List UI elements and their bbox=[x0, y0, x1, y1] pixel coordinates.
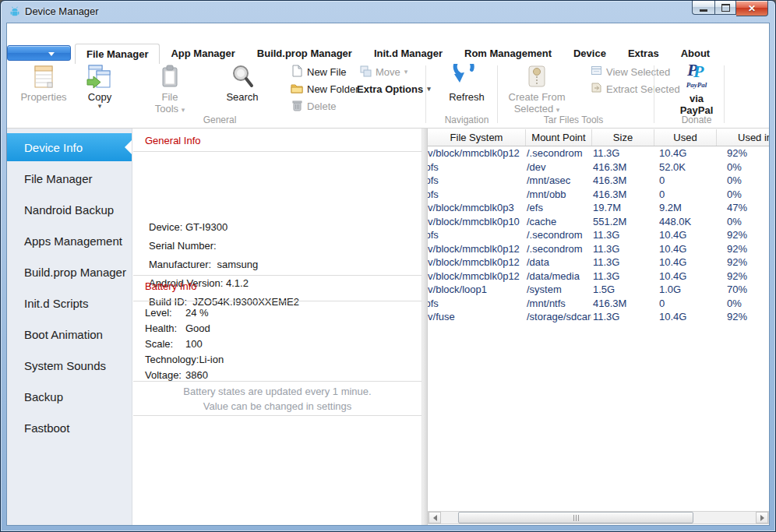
search-icon bbox=[231, 63, 254, 90]
properties-button[interactable]: Properties bbox=[13, 63, 74, 103]
sidebar-item[interactable]: Device Info bbox=[7, 133, 132, 161]
new-file-label: New File bbox=[307, 66, 347, 78]
cell-size: 11.3G bbox=[591, 270, 654, 284]
window-title: Device Manager bbox=[25, 5, 99, 17]
search-button[interactable]: Search bbox=[216, 63, 269, 103]
column-header-size[interactable]: Size bbox=[591, 129, 654, 146]
table-row[interactable]: /dev/block/mmcblk0p12 /.secondrom 11.3G … bbox=[428, 146, 769, 160]
table-row[interactable]: /dev/block/mmcblk0p12 /.secondrom 11.3G … bbox=[428, 242, 769, 256]
cell-used: 1.0G bbox=[654, 283, 716, 297]
ribbon-tab[interactable]: Init.d Manager bbox=[363, 44, 453, 63]
sidebar-nav: Device InfoFile ManagerNandroid BackupAp… bbox=[7, 129, 132, 525]
cell-used-pct: 0% bbox=[716, 160, 769, 174]
sidebar-item[interactable]: Init.d Scripts bbox=[7, 289, 132, 317]
chevron-down-icon bbox=[48, 52, 55, 59]
battery-rows: Level:24 %Health:GoodScale:100Technology… bbox=[145, 305, 224, 383]
dropdown-caret-icon: ▾ bbox=[427, 86, 431, 93]
scroll-left-button[interactable] bbox=[429, 512, 441, 523]
cell-size: 416.3M bbox=[591, 297, 654, 311]
refresh-button[interactable]: Refresh bbox=[438, 63, 496, 103]
ribbon-tab[interactable]: File Manager bbox=[75, 44, 160, 64]
maximize-button[interactable] bbox=[714, 1, 736, 15]
extra-options-button[interactable]: Extra Options ▾ bbox=[357, 80, 431, 97]
ribbon-tabs: File ManagerApp ManagerBuild.prop Manage… bbox=[75, 44, 721, 63]
table-row[interactable]: tmpfs /mnt/asec 416.3M 0 0% bbox=[428, 174, 769, 188]
column-header-file-system[interactable]: File System bbox=[428, 129, 525, 146]
new-folder-button[interactable]: New Folder bbox=[291, 80, 358, 97]
cell-used-pct: 70% bbox=[716, 283, 769, 297]
move-button[interactable]: Move ▾ bbox=[359, 63, 407, 80]
close-icon: ✕ bbox=[748, 4, 756, 13]
table-row[interactable]: tmpfs /mnt/obb 416.3M 0 0% bbox=[428, 188, 769, 202]
properties-label: Properties bbox=[20, 91, 66, 103]
horizontal-scrollbar[interactable] bbox=[428, 511, 769, 524]
copy-icon bbox=[86, 63, 114, 90]
ribbon-tab[interactable]: Build.prop Manager bbox=[246, 44, 363, 63]
cell-mount-point: /system bbox=[525, 283, 591, 297]
cell-size: 11.3G bbox=[591, 255, 654, 270]
device-info-panel: General Info Device: GT-I9300Serial Numb… bbox=[133, 129, 422, 525]
minimize-button[interactable] bbox=[692, 1, 714, 15]
cell-file-system: tmpfs bbox=[428, 228, 525, 242]
ribbon-tab[interactable]: Device bbox=[563, 44, 617, 63]
copy-button[interactable]: Copy ▾ bbox=[73, 63, 126, 110]
cell-file-system: /dev/block/mmcblk0p12 bbox=[428, 255, 525, 270]
cell-mount-point: /mnt/asec bbox=[525, 174, 591, 188]
create-from-selected-button[interactable]: Create From Selected ▾ bbox=[503, 63, 570, 115]
cell-size: 11.3G bbox=[591, 310, 654, 324]
new-file-button[interactable]: New File bbox=[291, 63, 347, 80]
divider bbox=[133, 151, 422, 152]
delete-trash-icon bbox=[291, 99, 303, 114]
cell-used: 0 bbox=[654, 188, 716, 202]
ribbon-tab[interactable]: Extras bbox=[617, 44, 670, 63]
divider bbox=[133, 381, 422, 382]
delete-button[interactable]: Delete bbox=[291, 97, 337, 115]
arrow-right-icon bbox=[760, 515, 764, 521]
cell-used-pct: 92% bbox=[716, 255, 769, 270]
column-header-used[interactable]: Used bbox=[654, 129, 716, 146]
table-row[interactable]: /dev/fuse /storage/sdcard0 11.3G 10.4G 9… bbox=[428, 310, 769, 324]
sidebar-item[interactable]: File Manager bbox=[7, 164, 132, 192]
donate-paypal-button[interactable]: PP PayPal via PayPal bbox=[666, 62, 727, 116]
table-row[interactable]: /dev/block/mmcblk0p10 /cache 551.2M 448.… bbox=[428, 215, 769, 229]
cell-mount-point: /.secondrom bbox=[525, 228, 591, 242]
divider bbox=[133, 415, 422, 416]
toolbar-separator bbox=[724, 65, 725, 123]
sidebar-item[interactable]: Fastboot bbox=[7, 414, 132, 442]
scrollbar-thumb[interactable] bbox=[458, 512, 693, 523]
toolbar-separator bbox=[654, 65, 654, 123]
view-selected-button[interactable]: View Selected bbox=[591, 63, 670, 80]
ribbon-tab[interactable]: Rom Management bbox=[453, 44, 563, 63]
column-header-used-in-pct[interactable]: Used in % bbox=[716, 129, 769, 146]
ribbon-menu-button[interactable] bbox=[7, 45, 71, 61]
sidebar-item[interactable]: Build.prop Manager bbox=[7, 258, 132, 286]
close-button[interactable]: ✕ bbox=[736, 1, 768, 16]
sidebar-item[interactable]: System Sounds bbox=[7, 351, 132, 379]
table-row[interactable]: /dev/block/loop1 /system 1.5G 1.0G 70% bbox=[428, 283, 769, 297]
table-row[interactable]: tmpfs /dev 416.3M 52.0K 0% bbox=[428, 160, 769, 174]
divider bbox=[133, 275, 422, 276]
cell-file-system: tmpfs bbox=[428, 188, 525, 202]
table-row[interactable]: /dev/block/mmcblk0p12 /data 11.3G 10.4G … bbox=[428, 255, 769, 270]
panel-splitter[interactable] bbox=[422, 129, 428, 525]
table-row[interactable]: tmpfs /mnt/ntfs 416.3M 0 0% bbox=[428, 297, 769, 311]
table-row[interactable]: tmpfs /.secondrom 11.3G 10.4G 92% bbox=[428, 228, 769, 242]
toolbar-separator bbox=[425, 65, 426, 123]
cell-file-system: /dev/block/mmcblk0p10 bbox=[428, 215, 525, 229]
sidebar-item[interactable]: Nandroid Backup bbox=[7, 196, 132, 224]
sidebar-item[interactable]: Boot Animation bbox=[7, 320, 132, 348]
search-label: Search bbox=[226, 91, 258, 103]
table-row[interactable]: /dev/block/mmcblk0p12 /data/media 11.3G … bbox=[428, 270, 769, 284]
sidebar-item[interactable]: Apps Management bbox=[7, 227, 132, 255]
cell-used-pct: 92% bbox=[716, 242, 769, 256]
cell-used: 0 bbox=[654, 174, 716, 188]
toolbar-separator bbox=[497, 65, 498, 123]
table-row[interactable]: /dev/block/mmcblk0p3 /efs 19.7M 9.2M 47% bbox=[428, 201, 769, 215]
file-tools-button[interactable]: File Tools ▾ bbox=[143, 63, 196, 115]
sidebar-item[interactable]: Backup bbox=[7, 382, 132, 410]
ribbon-tab[interactable]: App Manager bbox=[160, 44, 245, 63]
android-app-icon bbox=[9, 6, 20, 20]
scroll-right-button[interactable] bbox=[756, 512, 768, 523]
column-header-mount-point[interactable]: Mount Point bbox=[525, 129, 591, 146]
cell-used: 10.4G bbox=[654, 255, 716, 270]
